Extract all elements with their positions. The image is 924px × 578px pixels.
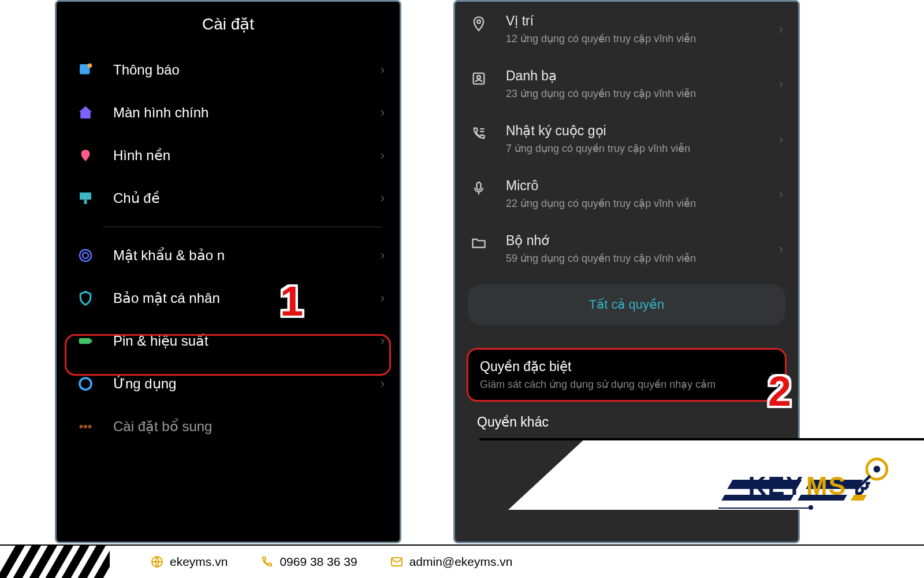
settings-row-password[interactable]: Mật khẩu & bảo n › [57, 234, 400, 277]
brand-key: KEY [748, 472, 804, 501]
footer-bar: ekeyms.vn 0969 38 36 39 admin@ekeyms.vn [0, 544, 924, 578]
perm-row-contacts[interactable]: Danh bạ23 ứng dụng có quyền truy cập vĩn… [455, 57, 798, 112]
theme-icon [74, 190, 97, 207]
svg-point-4 [80, 250, 91, 261]
more-icon [74, 418, 97, 435]
perm-title: Micrô [506, 178, 779, 194]
callout-2: 2 [768, 368, 791, 415]
perm-row-storage[interactable]: Bộ nhớ59 ứng dụng có quyền truy cập vĩnh… [455, 221, 798, 276]
chevron-right-icon: › [381, 376, 385, 391]
microphone-icon [467, 178, 491, 197]
settings-row-apps[interactable]: Ứng dụng › [57, 362, 400, 405]
brand-logo: KEYMS [748, 454, 892, 501]
globe-icon [150, 555, 164, 569]
footer-email[interactable]: admin@ekeyms.vn [390, 555, 513, 569]
row-label: Cài đặt bổ sung [113, 418, 385, 435]
footer-website-text: ekeyms.vn [170, 555, 228, 569]
settings-row-notifications[interactable]: Thông báo › [57, 49, 400, 91]
chevron-right-icon: › [779, 22, 783, 37]
chevron-right-icon: › [381, 62, 385, 77]
special-subtitle: Giám sát cách ứng dụng sử dụng quyền nhạ… [480, 378, 773, 391]
perm-subtitle: 12 ứng dụng có quyền truy cập vĩnh viễn [506, 32, 779, 45]
svg-rect-3 [84, 200, 87, 205]
row-label: Bảo mật cá nhân [113, 290, 381, 306]
footer-phone-text: 0969 38 36 39 [280, 555, 357, 569]
all-permissions-button[interactable]: Tất cả quyền [468, 284, 785, 325]
gear-icon [74, 375, 97, 392]
footer-website[interactable]: ekeyms.vn [150, 555, 228, 569]
svg-point-5 [83, 253, 88, 258]
chevron-right-icon: › [779, 77, 783, 92]
battery-icon [74, 332, 97, 350]
chevron-right-icon: › [381, 248, 385, 263]
callout-1: 1 [280, 277, 303, 325]
perm-subtitle: 59 ứng dụng có quyền truy cập vĩnh viễn [506, 252, 779, 265]
home-icon [74, 104, 97, 121]
phone-icon [260, 555, 274, 569]
chevron-right-icon: › [779, 242, 783, 257]
settings-row-privacy[interactable]: Bảo mật cá nhân › [57, 277, 400, 320]
perm-subtitle: 22 ứng dụng có quyền truy cập vĩnh viễn [506, 197, 779, 210]
mail-icon [390, 555, 404, 569]
chevron-right-icon: › [381, 148, 385, 163]
chevron-right-icon: › [779, 187, 783, 202]
perm-row-location[interactable]: Vị trí12 ứng dụng có quyền truy cập vĩnh… [455, 2, 798, 57]
settings-row-battery[interactable]: Pin & hiệu suất › [57, 320, 400, 362]
row-label: Pin & hiệu suất [113, 333, 381, 349]
svg-point-18 [874, 466, 881, 473]
chevron-right-icon: › [381, 191, 385, 206]
fingerprint-icon [74, 247, 97, 264]
wallpaper-icon [74, 147, 97, 164]
special-title: Quyền đặc biệt [480, 359, 773, 375]
row-label: Thông báo [113, 62, 381, 78]
settings-row-wallpaper[interactable]: Hình nền › [57, 134, 400, 177]
svg-point-13 [477, 20, 480, 24]
svg-rect-2 [80, 192, 91, 200]
settings-row-theme[interactable]: Chủ đề › [57, 177, 400, 220]
key-icon [851, 454, 892, 495]
shield-icon [74, 290, 97, 307]
row-label: Ứng dụng [113, 376, 381, 392]
svg-rect-16 [477, 183, 481, 190]
folder-icon [467, 233, 491, 251]
svg-point-12 [88, 425, 91, 428]
svg-point-9 [83, 381, 88, 386]
notification-icon [74, 61, 97, 79]
settings-row-home-screen[interactable]: Màn hình chính › [57, 91, 400, 134]
footer-email-text: admin@ekeyms.vn [409, 555, 513, 569]
footer-hatch [0, 544, 110, 578]
chevron-right-icon: › [381, 291, 385, 306]
footer-phone[interactable]: 0969 38 36 39 [260, 555, 357, 569]
settings-screen-left: Cài đặt Thông báo › Màn hình chính › Hìn… [55, 0, 401, 543]
other-permissions-row[interactable]: Quyền khác [477, 414, 798, 430]
svg-rect-7 [91, 340, 92, 343]
perm-subtitle: 7 ứng dụng có quyền truy cập vĩnh viễn [506, 142, 779, 155]
chevron-right-icon: › [381, 105, 385, 120]
row-label: Hình nền [113, 147, 381, 164]
location-icon [467, 13, 491, 32]
perm-title: Nhật ký cuộc gọi [506, 123, 779, 139]
special-permissions-row[interactable]: Quyền đặc biệt Giám sát cách ứng dụng sử… [467, 348, 787, 402]
contacts-icon [467, 68, 491, 87]
row-label: Mật khẩu & bảo n [113, 247, 381, 264]
svg-point-1 [88, 64, 92, 68]
phone-log-icon [467, 123, 491, 142]
perm-title: Danh bạ [506, 68, 779, 84]
divider [103, 227, 382, 227]
svg-point-15 [477, 76, 480, 79]
row-label: Chủ đề [113, 190, 381, 206]
row-label: Màn hình chính [113, 105, 381, 121]
perm-title: Bộ nhớ [506, 233, 779, 249]
page-title: Cài đặt [57, 2, 400, 49]
brand-ms: MS [806, 472, 847, 501]
svg-point-11 [84, 425, 87, 428]
perm-subtitle: 23 ứng dụng có quyền truy cập vĩnh viễn [506, 87, 779, 100]
perm-title: Vị trí [506, 13, 779, 29]
svg-rect-6 [79, 338, 91, 344]
chevron-right-icon: › [381, 334, 385, 349]
chevron-right-icon: › [779, 132, 783, 147]
svg-point-10 [79, 425, 83, 428]
perm-row-calllog[interactable]: Nhật ký cuộc gọi7 ứng dụng có quyền truy… [455, 112, 798, 166]
settings-row-additional[interactable]: Cài đặt bổ sung [57, 405, 400, 435]
perm-row-mic[interactable]: Micrô22 ứng dụng có quyền truy cập vĩnh … [455, 166, 798, 221]
